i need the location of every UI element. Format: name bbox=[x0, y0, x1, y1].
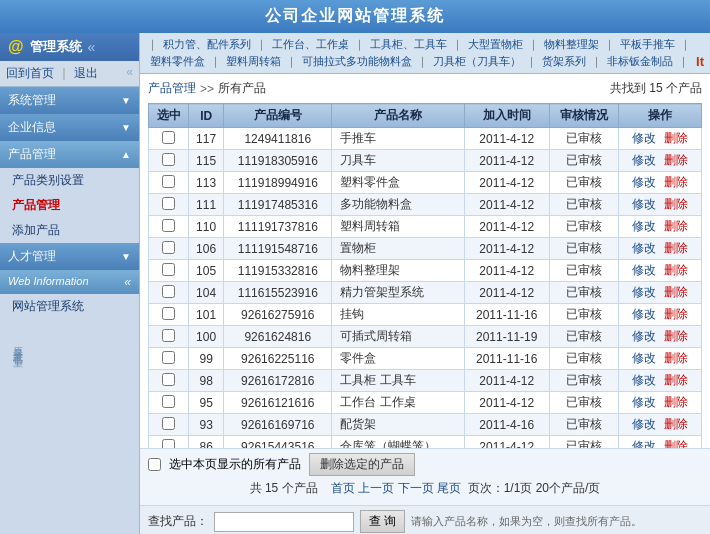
nav-item-7[interactable]: 塑料零件盒 bbox=[146, 53, 209, 70]
logout-link[interactable]: 退出 bbox=[74, 65, 98, 82]
cell-date: 2011-4-12 bbox=[464, 260, 549, 282]
cell-actions: 修改 删除 bbox=[619, 282, 702, 304]
edit-link[interactable]: 修改 bbox=[632, 263, 656, 277]
edit-link[interactable]: 修改 bbox=[632, 285, 656, 299]
delete-link[interactable]: 删除 bbox=[664, 395, 688, 409]
search-button[interactable]: 查 询 bbox=[360, 510, 405, 533]
delete-link[interactable]: 删除 bbox=[664, 351, 688, 365]
page-header: 公司企业网站管理系统 bbox=[0, 0, 710, 33]
delete-link[interactable]: 删除 bbox=[664, 219, 688, 233]
delete-selected-button[interactable]: 删除选定的产品 bbox=[309, 453, 415, 476]
cell-checkbox[interactable] bbox=[149, 216, 189, 238]
cell-checkbox[interactable] bbox=[149, 326, 189, 348]
cell-checkbox[interactable] bbox=[149, 150, 189, 172]
edit-link[interactable]: 修改 bbox=[632, 417, 656, 431]
cell-checkbox[interactable] bbox=[149, 348, 189, 370]
sidebar-item-web-manage[interactable]: 网站管理系统 bbox=[0, 294, 139, 319]
cell-actions: 修改 删除 bbox=[619, 128, 702, 150]
cell-checkbox[interactable] bbox=[149, 172, 189, 194]
edit-link[interactable]: 修改 bbox=[632, 329, 656, 343]
cell-checkbox[interactable] bbox=[149, 282, 189, 304]
delete-link[interactable]: 删除 bbox=[664, 197, 688, 211]
delete-link[interactable]: 删除 bbox=[664, 153, 688, 167]
sidebar-section-company-header[interactable]: 企业信息 ▼ bbox=[0, 114, 139, 141]
delete-link[interactable]: 删除 bbox=[664, 131, 688, 145]
edit-link[interactable]: 修改 bbox=[632, 395, 656, 409]
sidebar-section-personnel-header[interactable]: 人才管理 ▼ bbox=[0, 243, 139, 270]
cell-actions: 修改 删除 bbox=[619, 216, 702, 238]
cell-checkbox[interactable] bbox=[149, 436, 189, 449]
nav-item-2[interactable]: 工作台、工作桌 bbox=[268, 36, 353, 53]
cell-date: 2011-4-16 bbox=[464, 414, 549, 436]
sidebar-item-add-product[interactable]: 添加产品 bbox=[0, 218, 139, 243]
delete-link[interactable]: 删除 bbox=[664, 439, 688, 448]
table-row: 99 92616225116 零件盒 2011-11-16 已审核 修改 删除 bbox=[149, 348, 702, 370]
nav-item-9[interactable]: 可抽拉式多功能物料盒 bbox=[298, 53, 416, 70]
delete-link[interactable]: 删除 bbox=[664, 263, 688, 277]
cell-actions: 修改 删除 bbox=[619, 304, 702, 326]
cell-actions: 修改 删除 bbox=[619, 194, 702, 216]
cell-checkbox[interactable] bbox=[149, 414, 189, 436]
nav-item-5[interactable]: 物料整理架 bbox=[540, 36, 603, 53]
edit-link[interactable]: 修改 bbox=[632, 373, 656, 387]
sidebar-item-product-manage[interactable]: 产品管理 bbox=[0, 193, 139, 218]
cell-status: 已审核 bbox=[549, 238, 618, 260]
cell-status: 已审核 bbox=[549, 304, 618, 326]
nav-item-12[interactable]: 非标钣金制品 bbox=[603, 53, 677, 70]
select-all-checkbox[interactable] bbox=[148, 458, 161, 471]
nav-item-6[interactable]: 平板手推车 bbox=[616, 36, 679, 53]
delete-link[interactable]: 删除 bbox=[664, 175, 688, 189]
cell-checkbox[interactable] bbox=[149, 370, 189, 392]
first-page-link[interactable]: 首页 bbox=[331, 481, 355, 495]
back-to-home-link[interactable]: 回到首页 bbox=[6, 65, 54, 82]
edit-link[interactable]: 修改 bbox=[632, 351, 656, 365]
breadcrumb-sep: >> bbox=[200, 82, 214, 96]
edit-link[interactable]: 修改 bbox=[632, 241, 656, 255]
cell-id: 113 bbox=[189, 172, 224, 194]
delete-link[interactable]: 删除 bbox=[664, 417, 688, 431]
search-bar: 查找产品： 查 询 请输入产品名称，如果为空，则查找所有产品。 bbox=[140, 505, 710, 534]
delete-link[interactable]: 删除 bbox=[664, 307, 688, 321]
cell-checkbox[interactable] bbox=[149, 260, 189, 282]
cell-checkbox[interactable] bbox=[149, 392, 189, 414]
nav-item-8[interactable]: 塑料周转箱 bbox=[222, 53, 285, 70]
nav-item-4[interactable]: 大型置物柜 bbox=[464, 36, 527, 53]
search-input[interactable] bbox=[214, 512, 354, 532]
cell-date: 2011-4-12 bbox=[464, 128, 549, 150]
cell-code: 111918994916 bbox=[224, 172, 332, 194]
edit-link[interactable]: 修改 bbox=[632, 307, 656, 321]
nav-item-3[interactable]: 工具柜、工具车 bbox=[366, 36, 451, 53]
nav-item-11[interactable]: 货架系列 bbox=[538, 53, 590, 70]
edit-link[interactable]: 修改 bbox=[632, 219, 656, 233]
chevron-up-icon: ▲ bbox=[121, 149, 131, 160]
sidebar-item-product-category[interactable]: 产品类别设置 bbox=[0, 168, 139, 193]
edit-link[interactable]: 修改 bbox=[632, 197, 656, 211]
sidebar-section-product-header[interactable]: 产品管理 ▲ bbox=[0, 141, 139, 168]
delete-link[interactable]: 删除 bbox=[664, 285, 688, 299]
edit-link[interactable]: 修改 bbox=[632, 175, 656, 189]
cell-date: 2011-4-12 bbox=[464, 150, 549, 172]
sidebar-section-product: 产品管理 ▲ 产品类别设置 产品管理 添加产品 bbox=[0, 141, 139, 243]
breadcrumb-parent[interactable]: 产品管理 bbox=[148, 80, 196, 97]
sidebar-logo: @ bbox=[8, 38, 24, 56]
cell-checkbox[interactable] bbox=[149, 194, 189, 216]
next-page-link[interactable]: 下一页 bbox=[398, 481, 434, 495]
delete-link[interactable]: 删除 bbox=[664, 329, 688, 343]
last-page-link[interactable]: 尾页 bbox=[437, 481, 461, 495]
sidebar-section-system-header[interactable]: 系统管理 ▼ bbox=[0, 87, 139, 114]
nav-item-10[interactable]: 刀具柜（刀具车） bbox=[429, 53, 525, 70]
edit-link[interactable]: 修改 bbox=[632, 153, 656, 167]
cell-code: 1249411816 bbox=[224, 128, 332, 150]
cell-checkbox[interactable] bbox=[149, 304, 189, 326]
cell-checkbox[interactable] bbox=[149, 238, 189, 260]
edit-link[interactable]: 修改 bbox=[632, 439, 656, 448]
nav-item-1[interactable]: 积力管、配件系列 bbox=[159, 36, 255, 53]
edit-link[interactable]: 修改 bbox=[632, 131, 656, 145]
prev-page-link[interactable]: 上一页 bbox=[358, 481, 394, 495]
delete-link[interactable]: 删除 bbox=[664, 373, 688, 387]
sidebar-arrow-icon: « bbox=[88, 39, 96, 55]
delete-link[interactable]: 删除 bbox=[664, 241, 688, 255]
cell-checkbox[interactable] bbox=[149, 128, 189, 150]
cell-status: 已审核 bbox=[549, 348, 618, 370]
bottom-row-select: 选中本页显示的所有产品 删除选定的产品 bbox=[148, 453, 702, 476]
